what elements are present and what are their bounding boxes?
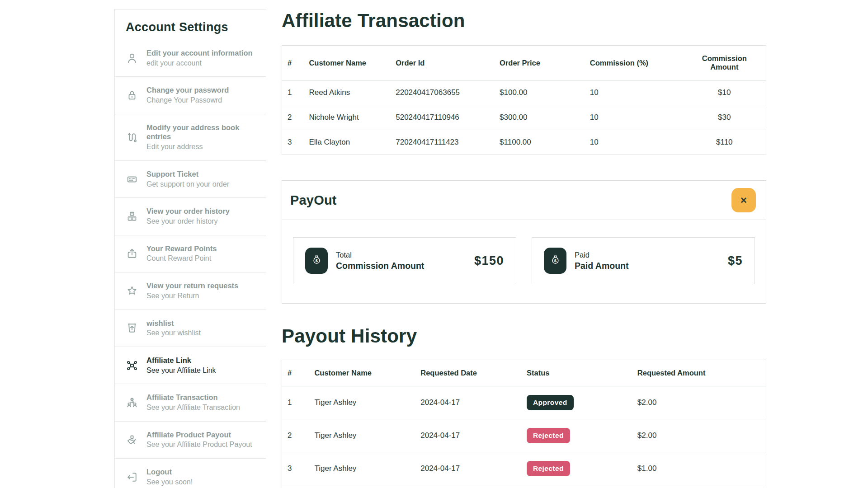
sidebar-item-text: Affiliate LinkSee your Affiliate Link [146, 356, 216, 375]
sidebar-item-subtitle: See your order history [146, 217, 230, 226]
payout-card-name: Commission Amount [336, 261, 424, 271]
table-cell-customer-name: Reed Atkins [303, 80, 390, 105]
payout-card-commission-amount: $TotalCommission Amount$150 [293, 237, 516, 284]
sidebar-item-title: View your return requests [146, 281, 238, 291]
table-cell-order-price: $100.00 [494, 80, 585, 105]
table-cell-customer-name: Tiger Ashley [309, 452, 415, 485]
sidebar-item-text: LogoutSee you soon! [146, 467, 193, 487]
column-header-commission-amount: Commission Amount [683, 46, 766, 80]
sidebar-item-your-reward-points[interactable]: Your Reward PointsCount Reward Point [115, 235, 266, 272]
column-header-: # [282, 360, 309, 386]
table-cell-commission: 10 [585, 130, 683, 155]
page: Account Settings Edit your account infor… [0, 0, 868, 488]
sidebar-item-text: wishlistSee your wishlist [146, 319, 201, 338]
payout-card-name: Paid Amount [575, 261, 629, 271]
table-cell-requested-date: 2024-04-17 [415, 452, 521, 485]
account-settings-sidebar: Account Settings Edit your account infor… [114, 9, 266, 488]
column-header-requested-amount: Requested Amount [632, 360, 766, 386]
column-header-customer-name: Customer Name [303, 46, 390, 80]
sidebar-item-text: Affiliate TransactionSee your Affiliate … [146, 393, 240, 412]
table-cell-requested-date: 2024-04-17 [415, 419, 521, 452]
table-cell-order-id: 220240417063655 [390, 80, 494, 105]
sidebar-item-subtitle: edit your account [146, 59, 253, 68]
table-cell-customer-name: Ella Clayton [303, 130, 390, 155]
payout-title: PayOut [290, 193, 337, 208]
payout-summary-cards: $TotalCommission Amount$150$PaidPaid Amo… [282, 220, 766, 303]
sidebar-item-support-ticket[interactable]: Support TicketGet support on your order [115, 161, 266, 198]
payout-card-label: Paid [575, 251, 629, 259]
svg-text:$: $ [315, 258, 318, 263]
page-title-affiliate-transaction: Affiliate Transaction [282, 10, 766, 32]
lock-icon [125, 88, 139, 103]
sidebar-item-title: Affiliate Product Payout [146, 430, 252, 440]
logout-icon [125, 470, 139, 484]
sidebar-item-title: Affiliate Transaction [146, 393, 240, 402]
sidebar-item-text: View your order historySee your order hi… [146, 206, 230, 226]
payout-close-button[interactable]: ✕ [731, 188, 756, 212]
sidebar-item-text: Change your passwordChange Your Passowrd [146, 85, 229, 105]
close-icon: ✕ [740, 195, 747, 206]
sidebar-item-logout[interactable]: LogoutSee you soon! [115, 459, 266, 488]
table-cell-requested-amount: $2.00 [632, 386, 766, 419]
column-header-order-price: Order Price [494, 46, 585, 80]
sidebar-item-text: Modify your address book entriesEdit you… [146, 123, 257, 152]
sidebar-item-subtitle: See your wishlist [146, 328, 201, 338]
affiliate-link-icon [125, 358, 139, 373]
table-row: 1Reed Atkins220240417063655$100.0010$10 [282, 80, 766, 105]
sidebar-item-affiliate-transaction[interactable]: Affiliate TransactionSee your Affiliate … [115, 384, 266, 421]
sidebar-item-title: View your order history [146, 206, 230, 216]
table-cell-order-id: 720240417111423 [390, 130, 494, 155]
handshake-icon [125, 433, 139, 447]
table-cell-order-id: 520240417110946 [390, 105, 494, 130]
sidebar-item-change-your-password[interactable]: Change your passwordChange Your Passowrd [115, 77, 266, 114]
sidebar-item-subtitle: See your Affiliate Link [146, 366, 216, 375]
column-header-commission: Commission (%) [585, 46, 683, 80]
table-cell-commission-amount: $10 [683, 80, 766, 105]
wishlist-icon [125, 321, 139, 335]
payout-card-text: PaidPaid Amount [575, 251, 629, 271]
table-cell-order-price: $300.00 [494, 105, 585, 130]
sidebar-item-affiliate-product-payout[interactable]: Affiliate Product PayoutSee your Affilia… [115, 422, 266, 459]
svg-text:$: $ [554, 258, 557, 263]
sidebar-item-view-your-return-requests[interactable]: View your return requestsSee your Return [115, 272, 266, 310]
table-cell-: 1 [282, 80, 304, 105]
column-header-status: Status [521, 360, 632, 386]
table-cell-: 4 [282, 485, 309, 488]
sidebar-item-view-your-order-history[interactable]: View your order historySee your order hi… [115, 198, 266, 235]
table-cell-customer-name: Tiger Ashley [309, 485, 415, 488]
payout-panel: PayOut ✕ $TotalCommission Amount$150$Pai… [282, 180, 766, 304]
sidebar-item-title: Your Reward Points [146, 244, 217, 253]
sidebar-item-modify-your-address-book-entries[interactable]: Modify your address book entriesEdit you… [115, 114, 266, 161]
status-badge: Rejected [527, 461, 570, 476]
table-cell-commission-amount: $30 [683, 105, 766, 130]
money-bag-icon: $ [305, 248, 328, 274]
table-cell-status: Approved [521, 386, 632, 419]
payout-card-amount: $150 [474, 254, 504, 268]
payout-history-table: #Customer NameRequested DateStatusReques… [282, 360, 766, 488]
table-header-row: #Customer NameOrder IdOrder PriceCommiss… [282, 46, 766, 80]
payout-card-amount: $5 [728, 254, 743, 268]
table-cell-: 2 [282, 105, 304, 130]
sidebar-item-title: Change your password [146, 85, 229, 95]
sidebar-item-wishlist[interactable]: wishlistSee your wishlist [115, 310, 266, 347]
page-title-payout-history: Payout History [282, 325, 766, 347]
sidebar-item-subtitle: Change Your Passowrd [146, 96, 229, 105]
sidebar-item-subtitle: See your Affiliate Product Payout [146, 440, 252, 450]
table-header-row: #Customer NameRequested DateStatusReques… [282, 360, 766, 386]
support-ticket-icon [125, 172, 139, 187]
sidebar-item-subtitle: Get support on your order [146, 180, 229, 189]
table-cell-: 1 [282, 386, 309, 419]
sidebar-item-subtitle: Edit your address [146, 142, 257, 152]
status-badge: Approved [527, 395, 574, 410]
table-cell-commission: 10 [585, 80, 683, 105]
sidebar-item-title: Modify your address book entries [146, 123, 257, 141]
sidebar-item-text: Your Reward PointsCount Reward Point [146, 244, 217, 263]
sidebar-item-affiliate-link[interactable]: Affiliate LinkSee your Affiliate Link [115, 347, 266, 384]
sidebar-title: Account Settings [115, 9, 266, 40]
table-row: 2Tiger Ashley2024-04-17Rejected$2.00 [282, 419, 766, 452]
sidebar-item-edit-your-account-information[interactable]: Edit your account informationedit your a… [115, 40, 266, 77]
payout-card-text: TotalCommission Amount [336, 251, 424, 271]
sidebar-item-text: Affiliate Product PayoutSee your Affilia… [146, 430, 252, 450]
sidebar-item-title: wishlist [146, 319, 201, 328]
route-icon [125, 130, 139, 145]
